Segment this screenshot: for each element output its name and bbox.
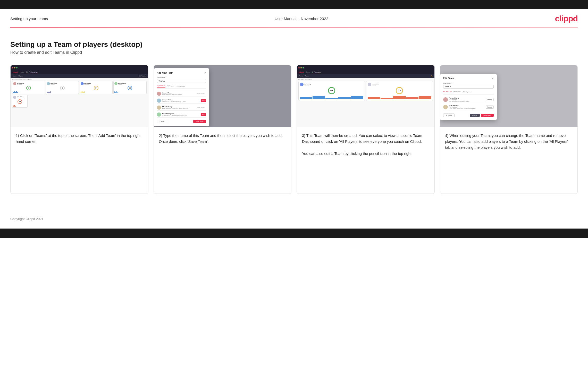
top-bar <box>0 0 588 9</box>
dialog4-player1-details: Adrian Player Plus Handicap The Shire Lo… <box>449 97 484 102</box>
player3-sub: Plus Handicap · Royal North Devon Golf C… <box>162 108 194 109</box>
card-3-text-p2: You can also edit a Team by clicking the… <box>302 152 413 156</box>
dialog4-player-row: Adrian Player Plus Handicap The Shire Lo… <box>443 97 494 103</box>
page-title: Setting up a Team of players (desktop) <box>10 40 578 49</box>
dialog4-close-icon[interactable]: ✕ <box>492 77 494 80</box>
dialog2-cancel-button[interactable]: Cancel <box>157 120 167 123</box>
dialog2-player-row: Adrian Coliba 1 Handicap · Central Londo… <box>157 98 206 104</box>
player4-avatar <box>157 112 161 117</box>
page-subtitle: How to create and edit Teams in Clippd <box>10 50 578 55</box>
card-3: clippd Home My Performance TeamsPlayers … <box>297 65 435 194</box>
screenshot-2: Add New Team ✕ Team Name * Team A My Tea… <box>154 65 291 127</box>
add-team-dialog: Add New Team ✕ Team Name * Team A My Tea… <box>154 68 209 126</box>
dialog4-title: Edit Team <box>443 77 454 80</box>
dialog4-player1-remove-button[interactable]: Remove <box>486 98 494 101</box>
player3-avatar <box>157 106 161 110</box>
clippd-logo: clippd <box>555 14 578 23</box>
card-3-text-p1: 3) This Team will then be created. You c… <box>302 134 422 144</box>
header: Setting up your teams User Manual – Nove… <box>0 9 588 27</box>
dialog4-player2-avatar <box>443 105 448 109</box>
card-4: Edit Team ✕ Team Name * Team A My Team (… <box>440 65 578 194</box>
header-left-text: Setting up your teams <box>10 16 48 21</box>
card-2-text: 2) Type the name of this Team and then s… <box>154 127 291 194</box>
header-divider <box>10 27 578 28</box>
dialog4-save-button[interactable]: Save Team <box>481 114 494 117</box>
cards-row: clippd Home My Performance Teams Players… <box>10 65 578 194</box>
player2-add-button[interactable]: Add <box>201 99 206 102</box>
player3-added-label: Player Added <box>195 106 206 109</box>
dialog2-team-name-input[interactable]: Team A <box>157 79 206 83</box>
dialog2-footer: Cancel Save Team <box>157 120 206 123</box>
screenshot-3: clippd Home My Performance TeamsPlayers … <box>297 65 434 127</box>
dialog4-filter: □Filter by name <box>462 91 472 93</box>
dialog4-cancel-button[interactable]: Cancel <box>470 114 480 117</box>
player1-added-label: Player Added <box>195 92 206 95</box>
player1-avatar <box>157 92 161 96</box>
main-content: Setting up a Team of players (desktop) H… <box>0 35 588 214</box>
card-1-text: 1) Click on 'Teams' at the top of the sc… <box>11 127 148 194</box>
dialog4-player2-details: Blair McHarg Plus Handicap Royal North D… <box>449 105 484 109</box>
dialog4-team-name-input[interactable]: Team A <box>443 85 494 89</box>
dialog4-tab-allplayers[interactable]: All Players <box>453 91 460 93</box>
player2-sub: 1 Handicap · Central London Golf Centre <box>162 101 199 102</box>
bottom-bar <box>0 229 588 238</box>
dialog2-tab-allplayers[interactable]: All Players <box>167 85 174 87</box>
dialog4-footer-right: Cancel Save Team <box>470 114 494 117</box>
player1-sub: Plus Handicap · The Shire London <box>162 94 194 95</box>
card-3-text: 3) This Team will then be created. You c… <box>297 127 434 194</box>
edit-team-dialog: Edit Team ✕ Team Name * Team A My Team (… <box>440 74 497 120</box>
dialog4-player-list: Adrian Player Plus Handicap The Shire Lo… <box>443 97 494 110</box>
player2-details: Adrian Coliba 1 Handicap · Central Londo… <box>162 99 199 102</box>
dialog2-filter: □Filter by name <box>176 85 185 87</box>
card-1: clippd Home My Performance Teams Players… <box>10 65 148 194</box>
card-2: Add New Team ✕ Team Name * Team A My Tea… <box>154 65 292 194</box>
copyright-text: Copyright Clippd 2021 <box>10 217 44 221</box>
dialog4-footer: 🗑 Delete Cancel Save Team <box>443 113 494 117</box>
footer: Copyright Clippd 2021 <box>0 214 588 223</box>
dialog4-team-name-label: Team Name * <box>443 82 494 84</box>
dialog4-player1-avatar <box>443 97 448 102</box>
player3-details: Blair McHarg Plus Handicap · Royal North… <box>162 106 194 109</box>
dialog2-player-row: Adrian Player Plus Handicap · The Shire … <box>157 91 206 97</box>
player1-details: Adrian Player Plus Handicap · The Shire … <box>162 92 194 95</box>
player4-add-button[interactable]: Add <box>201 113 206 116</box>
dialog2-tab-myteam[interactable]: My Team (2) <box>157 85 165 88</box>
dialog4-tab-myteam[interactable]: My Team (2) <box>443 91 452 93</box>
dialog2-team-name-label: Team Name * <box>157 77 206 78</box>
player2-avatar <box>157 99 161 103</box>
dialog2-player-row: Blair McHarg Plus Handicap · Royal North… <box>157 105 206 111</box>
dialog4-player-row: Blair McHarg Plus Handicap Royal North D… <box>443 104 494 110</box>
header-center-text: User Manual – November 2022 <box>275 16 328 21</box>
dialog2-title: Add New Team <box>157 72 173 74</box>
dialog2-player-row: Dave Billingham 5 5 Handicap · The Dog N… <box>157 112 206 118</box>
dialog4-player1-location: The Shire London, United Kingdom <box>449 100 484 102</box>
dialog4-delete-button[interactable]: 🗑 Delete <box>443 113 455 117</box>
screenshot-4: Edit Team ✕ Team Name * Team A My Team (… <box>440 65 578 127</box>
dialog2-close-icon[interactable]: ✕ <box>204 71 206 74</box>
dialog4-player2-remove-button[interactable]: Remove <box>486 106 494 109</box>
dialog4-player2-location: Royal North Devon Golf Club, United King… <box>449 108 484 109</box>
player4-details: Dave Billingham 5 5 Handicap · The Dog N… <box>162 113 199 116</box>
screenshot-1: clippd Home My Performance Teams Players… <box>11 65 148 127</box>
player4-sub: 5 5 Handicap · The Dog Napping Golf Club <box>162 115 199 116</box>
dialog2-save-button[interactable]: Save Team <box>193 120 206 123</box>
trash-icon: 🗑 <box>446 115 447 116</box>
dialog2-player-list: Adrian Player Plus Handicap · The Shire … <box>157 91 206 118</box>
card-4-text: 4) When editing your Team, you can chang… <box>440 127 578 194</box>
